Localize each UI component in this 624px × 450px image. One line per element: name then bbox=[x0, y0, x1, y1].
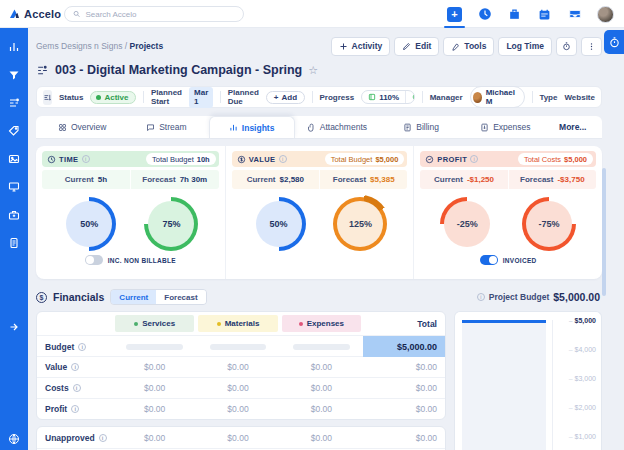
project-budget-title: Project Budget bbox=[489, 292, 549, 302]
timers-button[interactable] bbox=[477, 7, 492, 22]
tasks-button[interactable] bbox=[507, 7, 522, 22]
profit-card: PROFIT i Total Costs $5,000 Current -$1,… bbox=[413, 146, 602, 279]
sidebar-item-screens[interactable] bbox=[3, 176, 25, 198]
table-row-costs: Costsi $0.00 $0.00 $0.00 $0.00 bbox=[37, 377, 445, 398]
status-badge[interactable]: Active bbox=[90, 91, 136, 104]
table-row-unapproved: Unapprovedi $0.00 $0.00 $0.00 $0.00 bbox=[37, 427, 445, 448]
sidebar-item-help[interactable] bbox=[3, 428, 25, 450]
progress-tasks-chip[interactable]: 110% bbox=[362, 91, 405, 103]
info-icon[interactable]: i bbox=[470, 155, 478, 163]
main-content: Gems Designs n Signs / Projects Activity… bbox=[28, 28, 624, 450]
tools-button[interactable]: Tools bbox=[443, 37, 494, 56]
sidebar-collapse-button[interactable] bbox=[3, 316, 25, 338]
tab-more[interactable]: More... bbox=[548, 116, 599, 138]
planned-start-value[interactable]: Mar 1 bbox=[189, 87, 213, 108]
search-icon bbox=[73, 10, 80, 18]
page-scrollbar[interactable] bbox=[602, 168, 606, 296]
tab-billing-label: Billing bbox=[416, 122, 439, 132]
sidebar-item-assets[interactable] bbox=[3, 148, 25, 170]
non-billable-toggle[interactable] bbox=[85, 255, 103, 265]
invoiced-toggle-label: INVOICED bbox=[503, 257, 537, 264]
budget-placeholder-bar bbox=[210, 344, 267, 350]
financials-icon: $ bbox=[36, 292, 47, 303]
time-current-value: 5h bbox=[98, 175, 107, 184]
profit-icon bbox=[425, 155, 434, 164]
tab-insights[interactable]: Insights bbox=[209, 116, 295, 138]
log-time-button[interactable]: Log Time bbox=[498, 37, 552, 56]
tab-insights-label: Insights bbox=[242, 123, 275, 133]
sidebar-item-filters[interactable] bbox=[3, 64, 25, 86]
manager-badge[interactable]: Michael M bbox=[470, 86, 525, 108]
financials-secondary-table: Unapprovedi $0.00 $0.00 $0.00 $0.00 Invo… bbox=[36, 426, 446, 450]
profit-costs-pill: Total Costs $5,000 bbox=[518, 153, 593, 165]
tab-expenses[interactable]: Expenses bbox=[463, 116, 547, 138]
tab-attachments[interactable]: Attachments bbox=[295, 116, 379, 138]
search-input[interactable] bbox=[85, 10, 235, 19]
time-budget-label: Total Budget bbox=[152, 155, 194, 164]
tab-stream[interactable]: Stream bbox=[124, 116, 208, 138]
globe-icon bbox=[8, 433, 20, 445]
breadcrumb-parent[interactable]: Gems Designs n Signs bbox=[36, 41, 122, 51]
briefcase-icon bbox=[508, 8, 521, 21]
accelo-logo[interactable]: Accelo bbox=[8, 8, 61, 20]
sidebar-item-tags[interactable] bbox=[3, 120, 25, 142]
type-value: Website bbox=[564, 93, 595, 102]
receipt-icon bbox=[8, 237, 20, 249]
view-forecast-button[interactable]: Forecast bbox=[156, 290, 205, 304]
info-icon[interactable]: i bbox=[73, 384, 81, 392]
breadcrumb-current[interactable]: Projects bbox=[130, 41, 164, 51]
activity-button[interactable]: Activity bbox=[331, 37, 391, 56]
create-new-button[interactable]: + bbox=[447, 7, 462, 22]
sidebar-item-projects[interactable] bbox=[3, 204, 25, 226]
financials-header-row: Services Materials Expenses Total bbox=[37, 312, 445, 335]
planned-due-add-button[interactable]: + Add bbox=[266, 91, 305, 104]
start-timer-button[interactable] bbox=[556, 37, 577, 56]
wrench-icon bbox=[451, 42, 460, 51]
progress-label: Progress bbox=[319, 93, 354, 102]
collapse-arrow-icon bbox=[8, 321, 20, 333]
edit-button[interactable]: Edit bbox=[394, 37, 439, 56]
profit-costs-value: $5,000 bbox=[564, 155, 587, 164]
tab-overview[interactable]: Overview bbox=[40, 116, 124, 138]
list-navigator-button[interactable] bbox=[43, 90, 52, 105]
materials-dot-icon bbox=[217, 322, 221, 326]
sidebar-item-workflow[interactable] bbox=[3, 92, 25, 114]
value-current-label: Current bbox=[247, 175, 276, 184]
budget-total-value: $5,000.00 bbox=[363, 336, 445, 357]
sidebar-item-invoices[interactable] bbox=[3, 232, 25, 254]
project-meta-bar: Status Active Planned Start Mar 1 Planne… bbox=[36, 86, 602, 108]
info-icon[interactable]: i bbox=[279, 155, 287, 163]
info-icon[interactable]: i bbox=[71, 363, 79, 371]
more-options-button[interactable] bbox=[581, 37, 602, 56]
invoiced-toggle[interactable] bbox=[480, 255, 498, 265]
info-icon[interactable]: i bbox=[78, 343, 86, 351]
view-current-button[interactable]: Current bbox=[111, 290, 156, 304]
page-title: 003 - Digital Marketing Campaign - Sprin… bbox=[55, 63, 302, 77]
profit-gauges: -25% -75% bbox=[420, 189, 596, 253]
profit-forecast-value: -$3,750 bbox=[557, 175, 584, 184]
info-icon[interactable]: i bbox=[99, 434, 107, 442]
value-current-value: $2,580 bbox=[280, 175, 304, 184]
progress-time-chip[interactable]: 88% bbox=[405, 91, 415, 103]
info-icon[interactable]: i bbox=[71, 405, 79, 413]
paperclip-icon bbox=[307, 123, 316, 132]
clock-icon bbox=[412, 93, 415, 101]
financials-section: $ Financials Current Forecast Services M… bbox=[36, 287, 602, 450]
user-avatar[interactable] bbox=[597, 6, 614, 23]
plus-icon: + bbox=[274, 93, 279, 102]
overview-icon bbox=[58, 123, 67, 132]
info-icon[interactable]: i bbox=[82, 155, 90, 163]
sidebar-item-dashboard[interactable] bbox=[3, 36, 25, 58]
global-search[interactable] bbox=[64, 6, 244, 22]
table-row-profit: Profiti $0.00 $0.00 $0.00 $0.00 bbox=[37, 398, 445, 419]
favorite-star-icon[interactable]: ☆ bbox=[308, 64, 318, 77]
calendar-button[interactable] bbox=[537, 7, 552, 22]
tab-billing[interactable]: Billing bbox=[379, 116, 463, 138]
inbox-button[interactable] bbox=[567, 7, 582, 22]
time-forecast-value: 7h 30m bbox=[180, 175, 208, 184]
column-total: Total bbox=[363, 319, 445, 329]
timer-dock-button[interactable] bbox=[604, 30, 624, 54]
tab-overview-label: Overview bbox=[71, 122, 106, 132]
breadcrumb[interactable]: Gems Designs n Signs / Projects bbox=[36, 41, 163, 51]
info-icon[interactable]: i bbox=[477, 293, 485, 301]
